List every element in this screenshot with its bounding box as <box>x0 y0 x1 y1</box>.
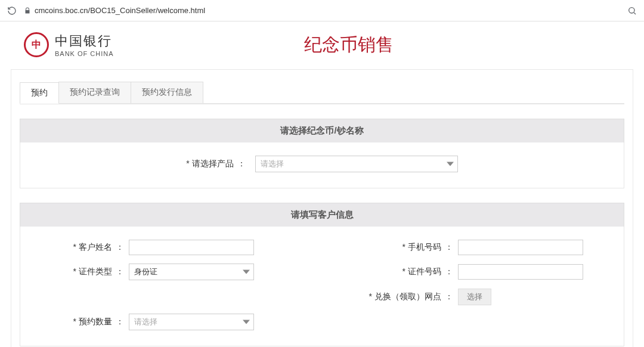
idnum-label: *证件号码： <box>322 267 453 277</box>
qty-select[interactable]: 请选择 <box>129 314 254 330</box>
url-bar[interactable]: cmcoins.boc.cn/BOC15_CoinSeller/welcome.… <box>24 6 620 15</box>
section-customer: 请填写客户信息 *客户姓名： *手机号码： *证件类型： <box>20 203 624 346</box>
phone-label: *手机号码： <box>322 242 453 253</box>
name-label: *客户姓名： <box>35 242 124 253</box>
idtype-select[interactable]: 身份证 <box>129 264 254 280</box>
chevron-down-icon <box>243 320 250 324</box>
tab-reserve[interactable]: 预约 <box>20 82 59 104</box>
tab-records[interactable]: 预约记录查询 <box>58 82 131 103</box>
page-title: 纪念币销售 <box>78 33 620 57</box>
reload-icon[interactable] <box>7 6 17 16</box>
idtype-select-value: 身份证 <box>129 267 162 277</box>
page-header: 中 中国银行 BANK OF CHINA 纪念币销售 <box>6 21 638 69</box>
branch-label: *兑换（领取）网点： <box>322 292 453 302</box>
chevron-down-icon <box>447 162 454 166</box>
tabs: 预约 预约记录查询 预约发行信息 <box>20 82 624 104</box>
content-card: 预约 预约记录查询 预约发行信息 请选择纪念币/钞名称 *请选择产品： 请选择 … <box>11 69 633 347</box>
browser-bar: cmcoins.boc.cn/BOC15_CoinSeller/welcome.… <box>0 0 644 21</box>
product-select-placeholder: 请选择 <box>256 159 289 169</box>
chevron-down-icon <box>243 270 250 274</box>
search-icon[interactable] <box>627 6 637 16</box>
logo-icon: 中 <box>24 32 49 57</box>
svg-point-0 <box>629 7 634 13</box>
section-product-title: 请选择纪念币/钞名称 <box>20 119 624 142</box>
qty-select-placeholder: 请选择 <box>129 317 162 327</box>
idtype-label: *证件类型： <box>35 267 124 277</box>
product-select[interactable]: 请选择 <box>255 156 458 172</box>
branch-select-button[interactable]: 选择 <box>458 289 491 305</box>
tab-issue-info[interactable]: 预约发行信息 <box>131 82 203 103</box>
product-label: *请选择产品： <box>186 159 245 169</box>
lock-icon <box>24 7 31 14</box>
idnum-input[interactable] <box>458 264 583 280</box>
url-text: cmcoins.boc.cn/BOC15_CoinSeller/welcome.… <box>35 6 205 15</box>
phone-input[interactable] <box>458 240 583 255</box>
qty-label: *预约数量： <box>35 317 124 327</box>
section-product: 请选择纪念币/钞名称 *请选择产品： 请选择 <box>20 119 624 188</box>
section-customer-title: 请填写客户信息 <box>20 203 624 227</box>
name-input[interactable] <box>129 240 254 255</box>
